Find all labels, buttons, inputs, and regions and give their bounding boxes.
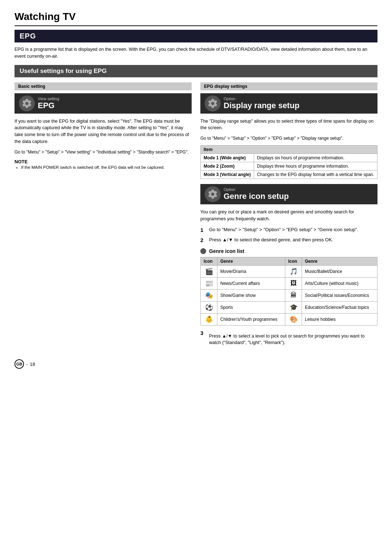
settings-icon	[21, 98, 32, 109]
footer-badge: GB	[15, 359, 24, 369]
page-footer: GB - 18	[15, 359, 377, 369]
genre-name-right: Social/Political issues/Economics	[302, 289, 377, 301]
range-table-header: Item	[201, 146, 377, 154]
genre-icon-cell-right: 🖼	[285, 277, 302, 289]
genre-gear-icon	[207, 189, 218, 200]
genre-list-title: Genre icon list	[200, 248, 377, 254]
mode-1-name: Mode 1 (Wide angle)	[201, 154, 254, 162]
genre-name-right: Education/Science/Factual topics	[302, 301, 377, 313]
genre-name-left: News/Current affairs	[217, 277, 285, 289]
table-row: Mode 1 (Wide angle) Displays six hours o…	[201, 154, 377, 162]
display-gear-icon	[207, 98, 218, 109]
genre-icon-cell-left: 🎭	[201, 289, 217, 301]
genre-icon-cell-right: 🎨	[285, 313, 302, 325]
genre-name-left: Movie/Drama	[217, 265, 285, 277]
useful-settings-header: Useful settings for using EPG	[15, 65, 377, 77]
basic-setting-nav: Go to "Menu" > "Setup" > "View setting" …	[15, 149, 192, 155]
step-1-num: 1	[200, 226, 206, 234]
note-item: If the MAIN POWER switch is switched off…	[21, 164, 192, 171]
genre-icon-circle	[205, 186, 221, 202]
display-range-icon	[205, 95, 221, 111]
genre-icon-cell-left: ⚽	[201, 301, 217, 313]
genre-main-label: Genre icon setup	[224, 192, 289, 201]
step-3-text: Press ▲/▼ to select a level to pick out …	[209, 333, 377, 347]
bullet-circle	[200, 248, 206, 254]
genre-name-right: Music/Ballet/Dance	[302, 265, 377, 277]
genre-icon-cell-left: 👶	[201, 313, 217, 325]
display-range-body: The "Display range setup" allows you to …	[200, 118, 377, 132]
step-2-text: Press ▲/▼ to select the desired genre, a…	[209, 236, 333, 245]
step-1: 1 Go to "Menu" > "Setup" > "Option" > "E…	[200, 226, 377, 234]
genre-table-row: 🎬 Movie/Drama 🎵 Music/Ballet/Dance	[201, 265, 377, 277]
mode-3-name: Mode 3 (Vertical angle)	[201, 171, 254, 179]
epg-display-label: EPG display settings	[200, 82, 377, 90]
note-list: If the MAIN POWER switch is switched off…	[21, 164, 192, 171]
epg-intro: EPG is a programme list that is displaye…	[15, 46, 377, 60]
col-genre1: Genre	[217, 257, 285, 265]
mode-1-desc: Displays six hours of programme informat…	[254, 154, 377, 162]
col-epg-display: EPG display settings Option Display rang…	[200, 82, 377, 349]
footer-separator: -	[26, 361, 28, 367]
genre-table-row: 🎭 Show/Game show 🏛 Social/Political issu…	[201, 289, 377, 301]
genre-icon-cell-left: 🎬	[201, 265, 217, 277]
step-3: 3 Press ▲/▼ to select a level to pick ou…	[200, 329, 377, 347]
step-2: 2 Press ▲/▼ to select the desired genre,…	[200, 236, 377, 245]
mode-2-desc: Displays three hours of programme inform…	[254, 162, 377, 171]
genre-banner: Option Genre icon setup	[200, 184, 377, 204]
mode-2-name: Mode 2 (Zoom)	[201, 162, 254, 171]
genre-table: Icon Genre Icon Genre 🎬 Movie/Drama 🎵 Mu…	[200, 257, 377, 326]
col-genre2: Genre	[302, 257, 377, 265]
genre-icon-cell-right: 🏛	[285, 289, 302, 301]
genre-name-left: Children's/Youth programmes	[217, 313, 285, 325]
genre-body: You can grey out or place a mark on desi…	[200, 209, 377, 222]
display-range-table: Item Mode 1 (Wide angle) Displays six ho…	[200, 145, 377, 179]
genre-name-left: Sports	[217, 301, 285, 313]
view-setting-sub-label: View setting	[38, 97, 59, 101]
genre-icon-cell-right: 🎵	[285, 265, 302, 277]
basic-setting-label: Basic setting	[15, 82, 192, 90]
table-row: Mode 3 (Vertical angle) Changes to the E…	[201, 171, 377, 179]
epg-header: EPG	[15, 30, 377, 42]
genre-list-label: Genre icon list	[209, 248, 244, 254]
note-section: NOTE If the MAIN POWER switch is switche…	[15, 159, 192, 171]
view-setting-main-label: EPG	[38, 101, 59, 110]
col-basic-setting: Basic setting View setting EPG If you wa…	[15, 82, 192, 171]
footer-page-num: 18	[30, 361, 35, 367]
page-title: Watching TV	[15, 11, 377, 26]
genre-sub-label: Option	[224, 187, 289, 192]
genre-icon-cell-left: 📰	[201, 277, 217, 289]
display-range-sub-label: Option	[224, 97, 299, 101]
display-range-main-label: Display range setup	[224, 101, 299, 110]
table-row: Mode 2 (Zoom) Displays three hours of pr…	[201, 162, 377, 171]
genre-section: Option Genre icon setup You can grey out…	[200, 184, 377, 346]
col-icon1: Icon	[201, 257, 217, 265]
view-setting-icon	[19, 95, 35, 111]
genre-table-row: 👶 Children's/Youth programmes 🎨 Leisure …	[201, 313, 377, 325]
mode-3-desc: Changes to the EPG display format with a…	[254, 171, 377, 179]
step-3-num: 3	[200, 329, 206, 347]
view-setting-banner: View setting EPG	[15, 93, 192, 114]
main-content: Basic setting View setting EPG If you wa…	[15, 82, 377, 349]
display-range-banner: Option Display range setup	[200, 93, 377, 114]
genre-table-row: 📰 News/Current affairs 🖼 Arts/Culture (w…	[201, 277, 377, 289]
genre-icon-cell-right: 🎓	[285, 301, 302, 313]
display-range-nav: Go to "Menu" > "Setup" > "Option" > "EPG…	[200, 135, 377, 142]
col-icon2: Icon	[285, 257, 302, 265]
genre-name-right: Leisure hobbies	[302, 313, 377, 325]
step-1-text: Go to "Menu" > "Setup" > "Option" > "EPG…	[209, 226, 358, 234]
genre-name-left: Show/Game show	[217, 289, 285, 301]
genre-table-header-row: Icon Genre Icon Genre	[201, 257, 377, 265]
step-2-num: 2	[200, 236, 206, 245]
genre-table-row: ⚽ Sports 🎓 Education/Science/Factual top…	[201, 301, 377, 313]
basic-setting-body: If you want to use the EPG for digital s…	[15, 118, 192, 145]
note-title: NOTE	[15, 159, 192, 164]
genre-name-right: Arts/Culture (without music)	[302, 277, 377, 289]
